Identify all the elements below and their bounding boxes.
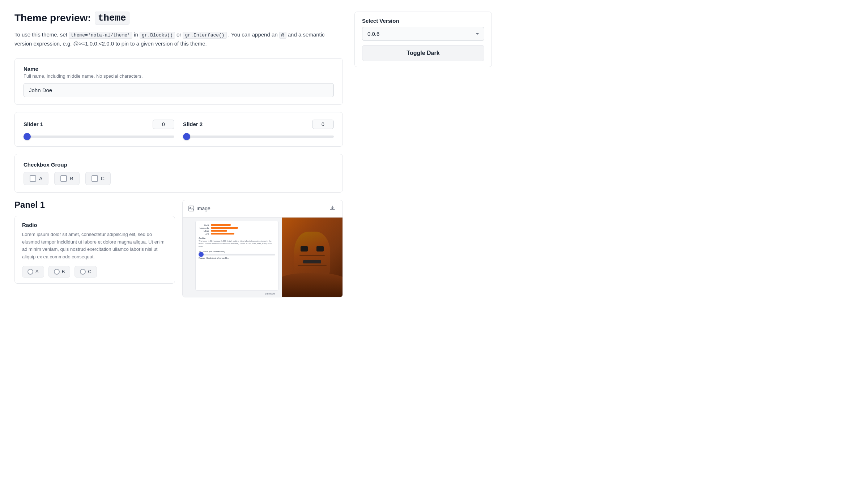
page-title: Theme preview: theme (14, 12, 343, 25)
groot-area (282, 218, 342, 297)
toggle-dark-button[interactable]: Toggle Dark (362, 45, 484, 61)
slider1-value: 0 (153, 120, 174, 129)
code-theme: theme='nota-ai/theme' (69, 32, 132, 39)
code-gr-interface: gr.Interface() (183, 32, 226, 39)
checkbox-option-a[interactable]: A (24, 172, 48, 185)
slider2-input[interactable] (183, 136, 334, 138)
radio-circle-a (27, 269, 33, 275)
checkbox-box-c (92, 175, 98, 182)
checkbox-option-b[interactable]: B (54, 172, 79, 185)
checkbox-group-label: Checkbox Group (24, 162, 334, 168)
groot-texture-1 (299, 255, 325, 256)
checkbox-label-a: A (39, 176, 42, 181)
radio-option-c[interactable]: C (75, 266, 97, 278)
radio-card: Radio Lorem ipsum dolor sit amet, consec… (14, 216, 175, 284)
checkbox-label-b: B (70, 176, 73, 181)
slider1-input[interactable] (24, 136, 174, 138)
chart-tv-slider (199, 254, 275, 255)
slider2-value: 0 (312, 120, 334, 129)
version-dropdown[interactable]: 0.0.6 0.0.5 0.0.4 (362, 27, 484, 41)
chart-bar-leonardo: Leonardo (199, 227, 275, 229)
name-description: Full name, including middle name. No spe… (24, 73, 334, 79)
name-input[interactable] (24, 83, 334, 97)
groot-eye-left (301, 246, 308, 251)
name-card: Name Full name, including middle name. N… (14, 58, 343, 105)
code-gr-blocks: gr.Blocks() (140, 32, 175, 39)
image-panel-container: Image (182, 200, 343, 297)
bar-lilian (211, 230, 227, 232)
description: To use this theme, set theme='nota-ai/th… (14, 30, 343, 48)
sliders-card: Slider 1 0 Slider 2 0 (14, 112, 343, 147)
chart-area: Light Leonardo Lilian (195, 221, 278, 291)
groot-mouth (303, 260, 321, 263)
sidebar: Select Version 0.0.6 0.0.5 0.0.4 Toggle … (354, 12, 492, 297)
chart-outlier-label: Outlier (199, 237, 275, 239)
chart-tv-thumb (199, 252, 204, 257)
name-label: Name (24, 66, 334, 72)
sliders-row: Slider 1 0 Slider 2 0 (24, 120, 334, 139)
checkbox-label-c: C (101, 176, 105, 181)
slider2-group: Slider 2 0 (183, 120, 334, 139)
code-at: @ (279, 32, 286, 39)
image-panel-body: Light Leonardo Lilian (183, 218, 342, 297)
page-header: Theme preview: theme To use this theme, … (14, 12, 343, 48)
image-panel: Image (182, 200, 343, 297)
slider2-label: Slider 2 (183, 121, 203, 127)
download-icon (329, 205, 335, 211)
groot-shoulders (282, 273, 342, 297)
image-panel-header: Image (183, 200, 342, 218)
slider2-header: Slider 2 0 (183, 120, 334, 129)
download-button[interactable] (328, 204, 337, 214)
panels-row: Panel 1 Radio Lorem ipsum dolor sit amet… (14, 200, 343, 297)
chart-bar-lilian: Lilian (199, 230, 275, 232)
groot-texture-2 (298, 265, 327, 266)
chart-range-label: Range_Scale (out of range filt... (199, 257, 275, 259)
chart-desc: The tower is 324 metres (1,063 ft) tall,… (199, 240, 275, 248)
slider1-header: Slider 1 0 (24, 120, 174, 129)
radio-options: A B C (22, 266, 167, 278)
groot-eye-right (316, 246, 324, 251)
checkbox-options: A B C (24, 172, 334, 185)
image-panel-title: Image (196, 206, 210, 211)
groot-body (282, 218, 342, 297)
model-label: 3d model (265, 292, 276, 295)
version-select-card: Select Version 0.0.6 0.0.5 0.0.4 Toggle … (354, 12, 492, 67)
chart-title: Light Leonardo Lilian (199, 224, 275, 235)
radio-circle-b (54, 269, 60, 275)
slider1-label: Slider 1 (24, 121, 43, 127)
title-prefix: Theme preview: (14, 12, 91, 24)
slider1-group: Slider 1 0 (24, 120, 174, 139)
version-select-label: Select Version (355, 12, 492, 27)
image-icon (188, 206, 194, 211)
radio-label-a: A (35, 269, 39, 274)
panel1: Panel 1 Radio Lorem ipsum dolor sit amet… (14, 200, 175, 297)
panel1-title: Panel 1 (14, 200, 175, 210)
checkbox-box-b (60, 175, 67, 182)
image-composite: Light Leonardo Lilian (183, 218, 342, 297)
version-select-body: 0.0.6 0.0.5 0.0.4 Toggle Dark (355, 27, 492, 67)
radio-label-b: B (62, 269, 65, 274)
checkbox-card: Checkbox Group A B C (14, 154, 343, 193)
bar-light (211, 224, 231, 226)
chart-bar-lyra: Lyra (199, 233, 275, 235)
svg-point-1 (190, 207, 191, 208)
chart-bar-light: Light (199, 224, 275, 226)
bar-leonardo (211, 227, 238, 229)
bar-lyra (211, 233, 234, 235)
radio-label-c: C (88, 269, 91, 274)
title-code: theme (95, 12, 129, 25)
radio-option-a[interactable]: A (22, 266, 44, 278)
image-panel-title-row: Image (188, 206, 210, 211)
radio-option-b[interactable]: B (48, 266, 71, 278)
radio-circle-c (80, 269, 86, 275)
radio-card-description: Lorem ipsum dolor sit amet, consectetur … (22, 231, 167, 261)
radio-card-title: Radio (22, 222, 167, 228)
checkbox-option-c[interactable]: C (85, 172, 111, 185)
checkbox-box-a (30, 175, 36, 182)
chart-tv-scale-label: TV_Scale (for smoothness) (199, 250, 275, 253)
